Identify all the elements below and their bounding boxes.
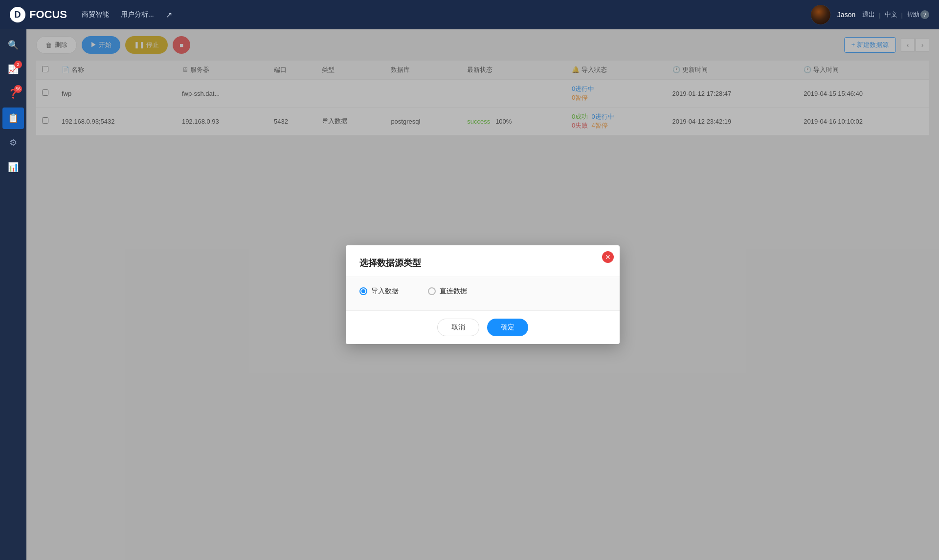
modal-footer: 取消 确定 [346,310,620,344]
help-icon[interactable]: ? [920,10,929,19]
modal: ✕ 选择数据源类型 导入数据 直连数据 取消 [346,245,620,344]
sidebar-item-chart[interactable]: 📈 2 [2,59,24,80]
nav-link-analysis[interactable]: 用户分析... [121,10,154,19]
modal-title: 选择数据源类型 [346,245,620,277]
radio-direct-circle [428,287,436,295]
modal-overlay: ✕ 选择数据源类型 导入数据 直连数据 取消 [26,29,939,560]
sidebar-item-search[interactable]: 🔍 [2,34,24,56]
datasource-icon: 📋 [8,113,19,124]
topnav-actions: 退出 | 中文 | 帮助 ? [862,10,929,19]
main-layout: 🔍 📈 2 ❓ 56 📋 ⚙ 📊 🗑 删除 ▶ 开始 [0,29,939,560]
radio-option-import[interactable]: 导入数据 [359,287,399,296]
logo[interactable]: D FOCUS [10,7,67,22]
avatar[interactable] [811,5,830,24]
radio-import-circle [359,287,367,295]
modal-close-button[interactable]: ✕ [602,251,614,263]
radio-direct-label: 直连数据 [440,287,467,296]
sidebar-item-settings[interactable]: ⚙ [2,132,24,153]
sidebar: 🔍 📈 2 ❓ 56 📋 ⚙ 📊 [0,29,26,560]
question-badge: 56 [14,85,22,93]
avatar-image [811,5,830,24]
radio-option-direct[interactable]: 直连数据 [428,287,467,296]
sidebar-item-trend[interactable]: 📊 [2,156,24,178]
confirm-button[interactable]: 确定 [487,319,528,336]
nav-links: 商贸智能 用户分析... ↗ [82,10,811,20]
cancel-button[interactable]: 取消 [437,319,479,336]
sidebar-item-question[interactable]: ❓ 56 [2,83,24,105]
content: 🗑 删除 ▶ 开始 ❚❚ 停止 ■ + 新建数据源 ‹ › [26,29,939,560]
topnav-right: Jason 退出 | 中文 | 帮助 ? [811,5,929,24]
help-button[interactable]: 帮助 [907,10,919,19]
radio-import-dot [361,289,365,293]
chart-badge: 2 [14,61,22,68]
modal-body: 导入数据 直连数据 [346,277,620,310]
radio-import-label: 导入数据 [371,287,399,296]
logout-button[interactable]: 退出 [862,10,875,19]
search-icon: 🔍 [8,40,19,50]
nav-share-icon[interactable]: ↗ [166,10,172,20]
language-button[interactable]: 中文 [885,10,897,19]
logo-d: D [15,10,21,20]
user-name: Jason [837,11,855,19]
nav-link-commerce[interactable]: 商贸智能 [82,10,109,19]
trend-icon: 📊 [8,162,19,172]
topnav: D FOCUS 商贸智能 用户分析... ↗ Jason 退出 | 中文 | 帮… [0,0,939,29]
logo-icon: D [10,7,25,22]
logo-text: FOCUS [29,8,67,21]
sep1: | [879,11,880,19]
gear-icon: ⚙ [9,137,17,148]
sep2: | [901,11,903,19]
sidebar-item-datasource[interactable]: 📋 [2,108,24,129]
